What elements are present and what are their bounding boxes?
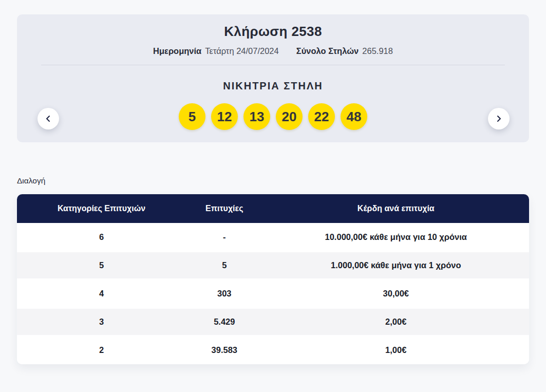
winning-number-ball: 5 [179, 103, 205, 130]
chevron-right-icon [495, 115, 502, 122]
winning-number-ball: 13 [243, 103, 270, 130]
header-divider [41, 65, 505, 65]
draw-total-columns: Σύνολο Στηλών265.918 [296, 46, 393, 56]
cell-prize: 30,00€ [263, 289, 529, 298]
cell-prize: 10.000,00€ κάθε μήνα για 10 χρόνια [263, 232, 529, 242]
cell-winners: - [186, 232, 263, 242]
sorting-section-label: Διαλογή [17, 176, 529, 185]
draw-meta-row: ΗμερομηνίαΤετάρτη 24/07/2024 Σύνολο Στηλ… [17, 46, 529, 56]
winning-number-ball: 12 [211, 103, 238, 130]
table-header-row: Κατηγορίες Επιτυχιών Επιτυχίες Κέρδη ανά… [17, 194, 529, 223]
cell-category: 5 [17, 260, 186, 270]
winning-column-title: ΝΙΚΗΤΡΙΑ ΣΤΗΛΗ [17, 80, 529, 92]
cell-category: 4 [17, 289, 186, 298]
table-row: 2 39.583 1,00€ [17, 336, 529, 364]
table-row: 6 - 10.000,00€ κάθε μήνα για 10 χρόνια [17, 223, 529, 251]
winning-number-ball: 22 [308, 103, 335, 130]
cell-category: 6 [17, 232, 186, 242]
cell-winners: 5 [186, 260, 263, 270]
draw-header-card: Κλήρωση 2538 ΗμερομηνίαΤετάρτη 24/07/202… [17, 14, 529, 142]
draw-date: ΗμερομηνίαΤετάρτη 24/07/2024 [153, 46, 279, 56]
header-prize: Κέρδη ανά επιτυχία [263, 204, 529, 213]
results-table: Κατηγορίες Επιτυχιών Επιτυχίες Κέρδη ανά… [17, 194, 529, 364]
draw-title: Κλήρωση 2538 [17, 14, 529, 40]
draw-date-label: Ημερομηνία [153, 46, 201, 55]
draw-date-value: Τετάρτη 24/07/2024 [205, 46, 278, 55]
previous-draw-button[interactable] [37, 108, 59, 129]
table-row: 5 5 1.000,00€ κάθε μήνα για 1 χρόνο [17, 251, 529, 279]
table-row: 4 303 30,00€ [17, 279, 529, 308]
total-columns-label: Σύνολο Στηλών [296, 46, 359, 55]
cell-prize: 2,00€ [263, 317, 529, 327]
cell-prize: 1.000,00€ κάθε μήνα για 1 χρόνο [263, 260, 529, 270]
winning-number-ball: 20 [276, 103, 303, 130]
cell-prize: 1,00€ [263, 345, 529, 355]
header-category: Κατηγορίες Επιτυχιών [17, 204, 186, 213]
winning-number-ball: 48 [341, 103, 367, 130]
total-columns-value: 265.918 [362, 46, 393, 55]
next-draw-button[interactable] [488, 108, 510, 129]
cell-winners: 39.583 [186, 345, 263, 355]
winning-numbers-row: 5 12 13 20 22 48 [17, 103, 529, 130]
cell-category: 3 [17, 317, 186, 327]
table-row: 3 5.429 2,00€ [17, 308, 529, 336]
chevron-left-icon [45, 115, 52, 122]
header-winners: Επιτυχίες [186, 204, 263, 213]
cell-category: 2 [17, 345, 186, 355]
cell-winners: 5.429 [186, 317, 263, 327]
cell-winners: 303 [186, 289, 263, 298]
